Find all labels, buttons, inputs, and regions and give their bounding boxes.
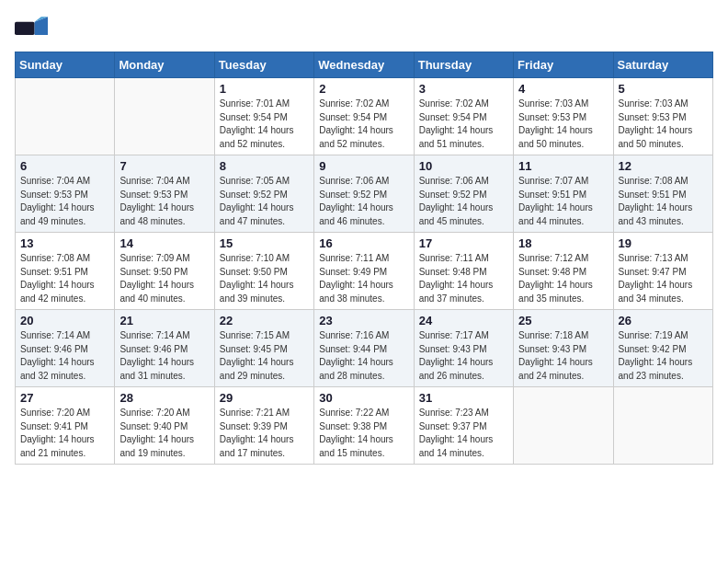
cell-info: Sunrise: 7:20 AMSunset: 9:40 PMDaylight:… (119, 407, 209, 460)
cell-info: Sunrise: 7:03 AMSunset: 9:53 PMDaylight:… (619, 98, 708, 151)
calendar-week-row: 20Sunrise: 7:14 AMSunset: 9:46 PMDayligh… (16, 310, 713, 387)
calendar-cell: 24Sunrise: 7:17 AMSunset: 9:43 PMDayligh… (414, 310, 513, 387)
cell-info: Sunrise: 7:02 AMSunset: 9:54 PMDaylight:… (419, 98, 508, 151)
day-number: 25 (518, 314, 608, 327)
cell-info: Sunrise: 7:12 AMSunset: 9:48 PMDaylight:… (518, 252, 608, 305)
calendar-cell: 18Sunrise: 7:12 AMSunset: 9:48 PMDayligh… (514, 233, 613, 310)
cell-info: Sunrise: 7:11 AMSunset: 9:48 PMDaylight:… (419, 252, 508, 305)
calendar-cell: 22Sunrise: 7:15 AMSunset: 9:45 PMDayligh… (214, 310, 313, 387)
calendar-week-row: 27Sunrise: 7:20 AMSunset: 9:41 PMDayligh… (16, 387, 713, 465)
day-number: 1 (220, 82, 309, 96)
cell-info: Sunrise: 7:02 AMSunset: 9:54 PMDaylight:… (319, 98, 408, 151)
cell-info: Sunrise: 7:08 AMSunset: 9:51 PMDaylight:… (20, 252, 109, 305)
cell-info: Sunrise: 7:20 AMSunset: 9:41 PMDaylight:… (20, 407, 109, 460)
day-number: 31 (419, 391, 508, 405)
calendar-cell: 25Sunrise: 7:18 AMSunset: 9:43 PMDayligh… (514, 310, 613, 387)
day-number: 20 (20, 314, 109, 327)
day-number: 30 (319, 391, 408, 405)
cell-info: Sunrise: 7:07 AMSunset: 9:51 PMDaylight:… (518, 175, 608, 228)
day-number: 2 (319, 82, 408, 96)
day-number: 8 (220, 159, 309, 173)
calendar-cell: 30Sunrise: 7:22 AMSunset: 9:38 PMDayligh… (314, 387, 414, 465)
calendar-cell: 16Sunrise: 7:11 AMSunset: 9:49 PMDayligh… (314, 233, 414, 310)
col-header-saturday: Saturday (613, 52, 712, 78)
cell-info: Sunrise: 7:18 AMSunset: 9:43 PMDaylight:… (518, 329, 608, 383)
calendar-cell: 11Sunrise: 7:07 AMSunset: 9:51 PMDayligh… (514, 155, 613, 233)
page-header (15, 15, 713, 42)
day-number: 12 (619, 159, 708, 173)
calendar-cell (16, 78, 115, 155)
cell-info: Sunrise: 7:05 AMSunset: 9:52 PMDaylight:… (220, 175, 309, 228)
cell-info: Sunrise: 7:14 AMSunset: 9:46 PMDaylight:… (119, 329, 209, 383)
day-number: 21 (119, 314, 209, 327)
calendar-cell: 8Sunrise: 7:05 AMSunset: 9:52 PMDaylight… (214, 155, 313, 233)
calendar-cell: 23Sunrise: 7:16 AMSunset: 9:44 PMDayligh… (314, 310, 414, 387)
calendar-cell: 27Sunrise: 7:20 AMSunset: 9:41 PMDayligh… (16, 387, 115, 465)
calendar-cell: 21Sunrise: 7:14 AMSunset: 9:46 PMDayligh… (115, 310, 214, 387)
cell-info: Sunrise: 7:19 AMSunset: 9:42 PMDaylight:… (619, 329, 708, 383)
calendar-cell: 31Sunrise: 7:23 AMSunset: 9:37 PMDayligh… (414, 387, 513, 465)
day-number: 7 (119, 159, 209, 173)
cell-info: Sunrise: 7:01 AMSunset: 9:54 PMDaylight:… (220, 98, 309, 151)
logo (15, 15, 51, 42)
day-number: 3 (419, 82, 508, 96)
calendar-cell (613, 387, 712, 465)
calendar-week-row: 1Sunrise: 7:01 AMSunset: 9:54 PMDaylight… (16, 78, 713, 155)
day-number: 28 (119, 391, 209, 405)
day-number: 17 (419, 236, 508, 250)
calendar-cell: 1Sunrise: 7:01 AMSunset: 9:54 PMDaylight… (214, 78, 313, 155)
cell-info: Sunrise: 7:23 AMSunset: 9:37 PMDaylight:… (419, 407, 508, 460)
calendar-cell (514, 387, 613, 465)
calendar-cell: 3Sunrise: 7:02 AMSunset: 9:54 PMDaylight… (414, 78, 513, 155)
day-number: 4 (518, 82, 608, 96)
cell-info: Sunrise: 7:08 AMSunset: 9:51 PMDaylight:… (619, 175, 708, 228)
calendar-cell: 7Sunrise: 7:04 AMSunset: 9:53 PMDaylight… (115, 155, 214, 233)
day-number: 9 (319, 159, 408, 173)
calendar-cell: 4Sunrise: 7:03 AMSunset: 9:53 PMDaylight… (514, 78, 613, 155)
col-header-tuesday: Tuesday (214, 52, 313, 78)
svg-rect-0 (15, 22, 35, 35)
calendar-cell: 9Sunrise: 7:06 AMSunset: 9:52 PMDaylight… (314, 155, 414, 233)
cell-info: Sunrise: 7:14 AMSunset: 9:46 PMDaylight:… (20, 329, 109, 383)
cell-info: Sunrise: 7:16 AMSunset: 9:44 PMDaylight:… (319, 329, 408, 383)
calendar-week-row: 13Sunrise: 7:08 AMSunset: 9:51 PMDayligh… (16, 233, 713, 310)
calendar-cell: 20Sunrise: 7:14 AMSunset: 9:46 PMDayligh… (16, 310, 115, 387)
calendar-cell: 12Sunrise: 7:08 AMSunset: 9:51 PMDayligh… (613, 155, 712, 233)
calendar-cell: 26Sunrise: 7:19 AMSunset: 9:42 PMDayligh… (613, 310, 712, 387)
calendar-cell: 6Sunrise: 7:04 AMSunset: 9:53 PMDaylight… (16, 155, 115, 233)
day-number: 26 (619, 314, 708, 327)
col-header-monday: Monday (115, 52, 214, 78)
day-number: 24 (419, 314, 508, 327)
calendar-cell: 13Sunrise: 7:08 AMSunset: 9:51 PMDayligh… (16, 233, 115, 310)
col-header-wednesday: Wednesday (314, 52, 414, 78)
day-number: 13 (20, 236, 109, 250)
calendar-week-row: 6Sunrise: 7:04 AMSunset: 9:53 PMDaylight… (16, 155, 713, 233)
calendar-header-row: SundayMondayTuesdayWednesdayThursdayFrid… (16, 52, 713, 78)
calendar-cell (115, 78, 214, 155)
cell-info: Sunrise: 7:13 AMSunset: 9:47 PMDaylight:… (619, 252, 708, 305)
cell-info: Sunrise: 7:22 AMSunset: 9:38 PMDaylight:… (319, 407, 408, 460)
day-number: 6 (20, 159, 109, 173)
cell-info: Sunrise: 7:09 AMSunset: 9:50 PMDaylight:… (119, 252, 209, 305)
cell-info: Sunrise: 7:21 AMSunset: 9:39 PMDaylight:… (220, 407, 309, 460)
day-number: 15 (220, 236, 309, 250)
col-header-sunday: Sunday (16, 52, 115, 78)
calendar-cell: 29Sunrise: 7:21 AMSunset: 9:39 PMDayligh… (214, 387, 313, 465)
cell-info: Sunrise: 7:04 AMSunset: 9:53 PMDaylight:… (20, 175, 109, 228)
cell-info: Sunrise: 7:11 AMSunset: 9:49 PMDaylight:… (319, 252, 408, 305)
day-number: 18 (518, 236, 608, 250)
cell-info: Sunrise: 7:03 AMSunset: 9:53 PMDaylight:… (518, 98, 608, 151)
day-number: 22 (220, 314, 309, 327)
cell-info: Sunrise: 7:15 AMSunset: 9:45 PMDaylight:… (220, 329, 309, 383)
day-number: 10 (419, 159, 508, 173)
calendar-table: SundayMondayTuesdayWednesdayThursdayFrid… (15, 52, 713, 465)
day-number: 27 (20, 391, 109, 405)
cell-info: Sunrise: 7:10 AMSunset: 9:50 PMDaylight:… (220, 252, 309, 305)
calendar-cell: 17Sunrise: 7:11 AMSunset: 9:48 PMDayligh… (414, 233, 513, 310)
calendar-cell: 14Sunrise: 7:09 AMSunset: 9:50 PMDayligh… (115, 233, 214, 310)
cell-info: Sunrise: 7:04 AMSunset: 9:53 PMDaylight:… (119, 175, 209, 228)
col-header-friday: Friday (514, 52, 613, 78)
day-number: 14 (119, 236, 209, 250)
calendar-cell: 2Sunrise: 7:02 AMSunset: 9:54 PMDaylight… (314, 78, 414, 155)
calendar-cell: 10Sunrise: 7:06 AMSunset: 9:52 PMDayligh… (414, 155, 513, 233)
